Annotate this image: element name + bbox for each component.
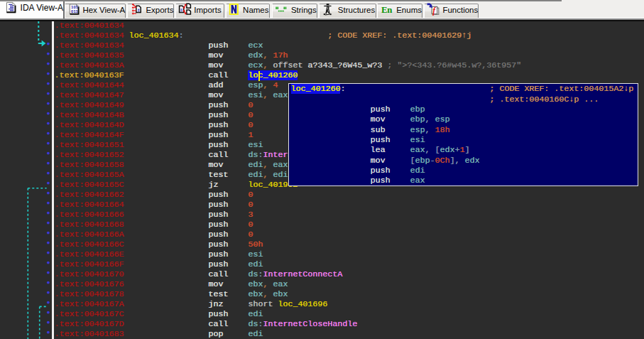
svg-text:011: 011 (71, 9, 78, 14)
svg-text:En: En (381, 5, 392, 15)
